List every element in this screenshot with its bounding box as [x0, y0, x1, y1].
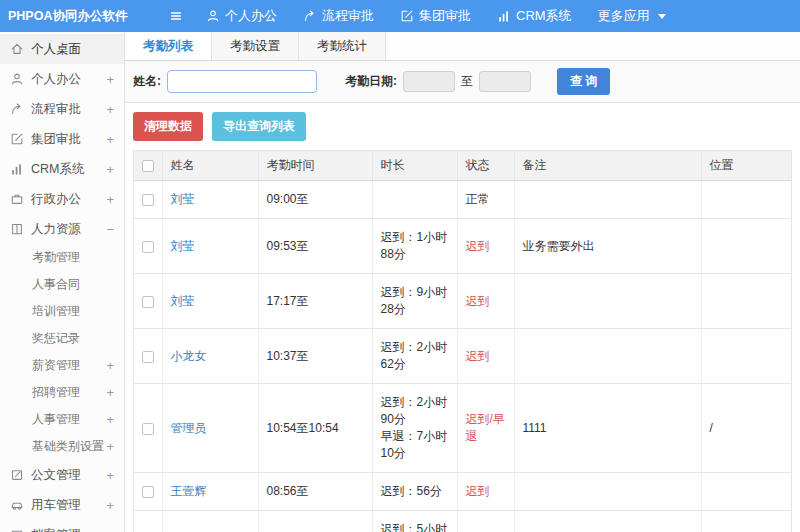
clean-data-button[interactable]: 清理数据	[133, 112, 203, 141]
tab-bar: 考勤列表考勤设置考勤统计	[125, 32, 800, 61]
nav-item-crm-system[interactable]: CRM系统	[484, 0, 585, 32]
sidebar-item-archive-management[interactable]: 档案管理+	[0, 520, 124, 532]
table-row: 王壹辉08:56至迟到：56分迟到	[134, 473, 791, 511]
row-checkbox[interactable]	[142, 241, 154, 253]
sidebar-subitem-label: 薪资管理	[32, 357, 80, 374]
employee-name-link[interactable]: 刘莹	[171, 239, 195, 253]
sidebar-item-crm-system[interactable]: CRM系统+	[0, 154, 124, 184]
sidebar-subitem-base-category-settings[interactable]: 基础类别设置+	[0, 433, 124, 460]
column-header: 考勤时间	[258, 151, 372, 181]
user-icon	[10, 72, 24, 86]
sidebar-subitem-training-management[interactable]: 培训管理	[0, 298, 124, 325]
sidebar-item-human-resources[interactable]: 人力资源−	[0, 214, 124, 244]
sidebar-item-group-approval[interactable]: 集团审批+	[0, 124, 124, 154]
tab-attendance-settings[interactable]: 考勤设置	[212, 32, 299, 60]
expand-plus-icon[interactable]: +	[106, 358, 114, 373]
sidebar-subitem-personnel-management[interactable]: 人事管理+	[0, 406, 124, 433]
nav-item-workflow-approval[interactable]: 流程审批	[290, 0, 387, 32]
sidebar-subitem-reward-punishment-records[interactable]: 奖惩记录	[0, 325, 124, 352]
select-all-checkbox[interactable]	[142, 160, 154, 172]
sidebar-subitem-label: 人事管理	[32, 411, 80, 428]
row-checkbox[interactable]	[142, 423, 154, 435]
employee-name-link[interactable]: 刘莹	[171, 192, 195, 206]
sidebar-item-label: 个人桌面	[31, 41, 81, 58]
location-cell: /	[701, 511, 791, 532]
employee-name-link[interactable]: 管理员	[171, 421, 207, 435]
sidebar-subitem-personnel-contract[interactable]: 人事合同	[0, 271, 124, 298]
expand-plus-icon[interactable]: +	[106, 528, 114, 532]
duration-cell: 迟到：9小时28分	[372, 274, 457, 329]
expand-plus-icon[interactable]: +	[106, 132, 114, 147]
column-header: 时长	[372, 151, 457, 181]
sidebar-item-label: 行政办公	[31, 191, 81, 208]
note-cell	[514, 181, 701, 219]
chart-icon	[10, 162, 24, 176]
note-cell: 1111	[514, 384, 701, 473]
row-checkbox[interactable]	[142, 194, 154, 206]
table-row: 管理员10:54至10:54迟到：2小时90分 早退：7小时10分迟到/早退11…	[134, 384, 791, 473]
search-button[interactable]: 查 询	[557, 68, 610, 95]
sidebar-subitem-label: 基础类别设置	[32, 438, 104, 455]
status-cell: 迟到	[457, 274, 514, 329]
sidebar-item-personal-office[interactable]: 个人办公+	[0, 64, 124, 94]
expand-plus-icon[interactable]: +	[106, 192, 114, 207]
column-header: 备注	[514, 151, 701, 181]
expand-plus-icon[interactable]: +	[106, 439, 114, 454]
attendance-time-cell: 10:54至10:54	[258, 384, 372, 473]
nav-item-more-apps[interactable]: 更多应用	[585, 0, 679, 32]
sidebar-subitem-label: 人事合同	[32, 276, 80, 293]
date-to-input[interactable]	[479, 71, 531, 92]
nav-item-group-approval[interactable]: 集团审批	[387, 0, 484, 32]
collapse-minus-icon[interactable]: −	[106, 222, 114, 237]
row-checkbox[interactable]	[142, 296, 154, 308]
table-row: 刘莹09:53至迟到：1小时88分迟到业务需要外出	[134, 219, 791, 274]
table-row: 黄蓉13:20至13:20迟到：5小时33分 早退：4小时67分迟到/早退/	[134, 511, 791, 532]
sidebar-item-workflow-approval[interactable]: 流程审批+	[0, 94, 124, 124]
expand-plus-icon[interactable]: +	[106, 468, 114, 483]
tab-attendance-statistics[interactable]: 考勤统计	[299, 32, 386, 60]
status-cell: 迟到	[457, 329, 514, 384]
duration-cell	[372, 181, 457, 219]
sidebar-item-personal-desktop[interactable]: 个人桌面	[0, 34, 124, 64]
expand-plus-icon[interactable]: +	[106, 162, 114, 177]
table-row: 刘莹17:17至迟到：9小时28分迟到	[134, 274, 791, 329]
tab-attendance-list[interactable]: 考勤列表	[125, 32, 212, 60]
employee-name-link[interactable]: 小龙女	[171, 349, 207, 363]
home-icon	[10, 42, 24, 56]
status-cell: 迟到	[457, 473, 514, 511]
sidebar-item-document-management[interactable]: 公文管理+	[0, 460, 124, 490]
nav-item-personal-office[interactable]: 个人办公	[193, 0, 290, 32]
sidebar-item-label: 集团审批	[31, 131, 81, 148]
attendance-time-cell: 09:53至	[258, 219, 372, 274]
sidebar-subitem-recruitment-management[interactable]: 招聘管理+	[0, 379, 124, 406]
sidebar-item-label: 人力资源	[31, 221, 81, 238]
duration-cell: 迟到：1小时88分	[372, 219, 457, 274]
hamburger-icon[interactable]	[169, 9, 183, 23]
row-checkbox[interactable]	[142, 351, 154, 363]
expand-plus-icon[interactable]: +	[106, 72, 114, 87]
note-cell	[514, 329, 701, 384]
table-row: 小龙女10:37至迟到：2小时62分迟到	[134, 329, 791, 384]
share-icon	[10, 102, 24, 116]
expand-plus-icon[interactable]: +	[106, 412, 114, 427]
expand-plus-icon[interactable]: +	[106, 498, 114, 513]
date-from-input[interactable]	[403, 71, 455, 92]
location-cell	[701, 473, 791, 511]
expand-plus-icon[interactable]: +	[106, 102, 114, 117]
sidebar-item-admin-office[interactable]: 行政办公+	[0, 184, 124, 214]
sidebar-subitem-salary-management[interactable]: 薪资管理+	[0, 352, 124, 379]
nav-item-label: CRM系统	[516, 7, 572, 25]
employee-name-link[interactable]: 王壹辉	[171, 484, 207, 498]
sidebar-item-vehicle-management[interactable]: 用车管理+	[0, 490, 124, 520]
employee-name-link[interactable]: 刘莹	[171, 294, 195, 308]
expand-plus-icon[interactable]: +	[106, 385, 114, 400]
sidebar-subitem-label: 培训管理	[32, 303, 80, 320]
location-cell	[701, 181, 791, 219]
name-input[interactable]	[167, 70, 317, 93]
row-checkbox[interactable]	[142, 486, 154, 498]
archive-icon	[10, 528, 24, 532]
export-list-button[interactable]: 导出查询列表	[212, 112, 306, 141]
sidebar-subitem-attendance-management[interactable]: 考勤管理	[0, 244, 124, 271]
content-area: 考勤列表考勤设置考勤统计 姓名: 考勤日期: 至 查 询 清理数据 导出查询列表…	[125, 32, 800, 532]
status-cell: 正常	[457, 181, 514, 219]
